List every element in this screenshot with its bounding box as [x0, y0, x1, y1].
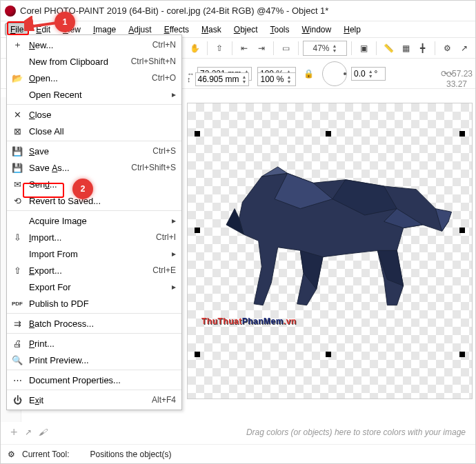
- printprev-icon: 🔍: [10, 353, 25, 367]
- menu-item-close-all[interactable]: ⊠Close All: [7, 123, 181, 139]
- selection-handle[interactable]: [459, 131, 465, 137]
- menu-item-new-from-clipboard[interactable]: New from ClipboardCtrl+Shift+N: [7, 53, 181, 70]
- menu-object[interactable]: Object: [228, 23, 264, 36]
- saveas-icon: 💾: [10, 161, 25, 174]
- callout-1: 1: [54, 12, 75, 32]
- selection-handle[interactable]: [195, 352, 200, 357]
- import-icon: ⇩: [10, 230, 25, 244]
- svg-line-9: [28, 23, 57, 27]
- zoom-value: 47%: [313, 43, 329, 53]
- menu-help[interactable]: Help: [338, 23, 366, 36]
- menu-item-rint[interactable]: 🖨Print...: [7, 335, 181, 352]
- align-left-icon[interactable]: ⇤: [236, 41, 252, 56]
- menu-window[interactable]: Window: [297, 23, 337, 36]
- file-dropdown: ＋New...Ctrl+NNew from ClipboardCtrl+Shif…: [6, 34, 182, 410]
- callout-arrow: [24, 16, 59, 31]
- submenu-arrow-icon: ▸: [170, 216, 176, 225]
- save-icon: 💾: [10, 144, 25, 158]
- menu-item-mport[interactable]: ⇩Import...Ctrl+I: [7, 229, 181, 245]
- grid-icon[interactable]: ▦: [398, 41, 414, 56]
- docprop-icon: ⋯: [10, 373, 25, 387]
- menu-item-save-as[interactable]: 💾Save As...Ctrl+Shift+S: [7, 159, 181, 176]
- blank-icon: [10, 88, 25, 101]
- zoom-select[interactable]: 47% ▲▼: [303, 41, 347, 56]
- menu-item-ew[interactable]: ＋New...Ctrl+N: [7, 37, 181, 53]
- submenu-arrow-icon: ▸: [170, 249, 176, 259]
- brush-icon: 🖌: [39, 427, 47, 437]
- menu-item-ave[interactable]: 💾SaveCtrl+S: [7, 143, 181, 159]
- submenu-arrow-icon: ▸: [170, 90, 176, 99]
- menu-item-document-properties[interactable]: ⋯Document Properties...: [7, 372, 181, 388]
- blank-icon: [10, 247, 25, 261]
- statusbar-label: Current Tool:: [22, 450, 69, 459]
- highlight-save-as: [23, 183, 64, 198]
- selection-handle[interactable]: [195, 228, 200, 233]
- menu-item-print-preview[interactable]: 🔍Print Preview...: [7, 352, 181, 368]
- align-right-icon[interactable]: ⇥: [253, 41, 269, 56]
- batch-icon: ⇉: [10, 316, 25, 330]
- menu-mask[interactable]: Mask: [196, 23, 227, 36]
- selection-handle[interactable]: [326, 131, 331, 137]
- launch-icon[interactable]: ↗: [457, 41, 473, 56]
- statusbar-value: Positions the object(s): [90, 450, 171, 459]
- selection-handle[interactable]: [195, 131, 200, 137]
- pdf-icon: PDF: [10, 296, 25, 310]
- blank-icon: [10, 214, 25, 228]
- canvas[interactable]: ThuThuatPhanMem.vn: [187, 103, 473, 399]
- color-strip-hint: Drag colors (or objects) here to store c…: [54, 427, 466, 437]
- export-icon[interactable]: ⇧: [212, 41, 228, 56]
- closeall-icon: ⊠: [10, 124, 25, 138]
- app-icon: [5, 6, 16, 17]
- selection-handle[interactable]: [459, 352, 465, 357]
- menu-item-import-from[interactable]: Import From▸: [7, 245, 181, 262]
- menu-item-publish-to-pdf[interactable]: PDFPublish to PDF: [7, 295, 181, 312]
- hand-tool-icon[interactable]: ✋: [187, 41, 203, 56]
- selection-handle[interactable]: [459, 228, 465, 233]
- guides-icon[interactable]: ╋: [415, 41, 430, 56]
- menu-item-pen[interactable]: 📂Open...Ctrl+O: [7, 70, 181, 86]
- lock-ratio-icon[interactable]: 🔒: [300, 66, 318, 81]
- menu-item-lose[interactable]: ✕Close: [7, 106, 181, 123]
- menu-item-exit[interactable]: ⏻ExitAlt+F4: [7, 392, 181, 408]
- add-color-button[interactable]: +: [10, 425, 18, 440]
- gear-icon[interactable]: ⚙: [8, 450, 15, 459]
- export-icon: ⇧: [10, 263, 25, 277]
- submenu-arrow-icon: ▸: [170, 282, 176, 292]
- fit-icon[interactable]: ▭: [278, 41, 294, 56]
- options-icon[interactable]: ⚙: [439, 41, 455, 56]
- menu-tools[interactable]: Tools: [265, 23, 295, 36]
- new-icon: ＋: [10, 38, 25, 52]
- close-icon: ✕: [10, 108, 25, 121]
- menu-item-acquire-image[interactable]: Acquire Image▸: [7, 212, 181, 229]
- blank-icon: [10, 280, 25, 294]
- callout-2: 2: [72, 179, 93, 199]
- color-well-placeholder[interactable]: + ↗ 🖌 Drag colors (or objects) here to s…: [6, 423, 470, 441]
- exit-icon: ⏻: [10, 393, 25, 407]
- print-icon: 🖨: [10, 336, 25, 350]
- menu-item-export-for[interactable]: Export For▸: [7, 279, 181, 295]
- open-icon: 📂: [10, 71, 25, 85]
- blank-icon: [10, 54, 25, 68]
- angle-input[interactable]: 0.0▲▼°: [351, 67, 386, 81]
- wolf-object[interactable]: [201, 138, 464, 331]
- menu-item-atch-process[interactable]: ⇉Batch Process...: [7, 315, 181, 332]
- fullscreen-icon[interactable]: ▣: [356, 41, 372, 56]
- watermark: ThuThuatPhanMem.vn: [201, 310, 297, 328]
- menu-item-open-recent[interactable]: Open Recent▸: [7, 86, 181, 103]
- menu-item-xport[interactable]: ⇧Export...Ctrl+E: [7, 262, 181, 279]
- statusbar: ⚙ Current Tool: Positions the object(s): [1, 444, 475, 463]
- selection-handle[interactable]: [326, 352, 331, 357]
- ruler-icon[interactable]: 📏: [381, 41, 397, 56]
